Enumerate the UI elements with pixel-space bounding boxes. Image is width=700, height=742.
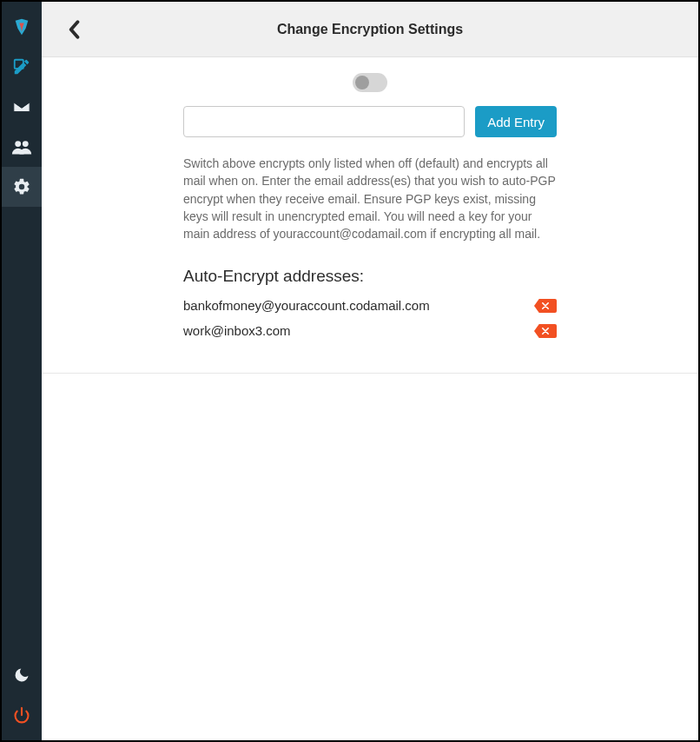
header: Change Encryption Settings — [42, 2, 698, 57]
app-logo[interactable] — [2, 7, 42, 47]
delete-address-button[interactable] — [534, 324, 557, 338]
add-entry-button[interactable]: Add Entry — [475, 106, 557, 137]
sidebar-item-mail[interactable] — [2, 87, 42, 127]
empty-space — [42, 374, 698, 740]
svg-point-2 — [23, 141, 29, 147]
gear-icon — [12, 177, 31, 196]
logo-icon — [12, 17, 31, 36]
power-icon — [13, 706, 30, 724]
settings-card: Add Entry Switch above encrypts only lis… — [42, 57, 698, 374]
sidebar-item-darkmode[interactable] — [2, 655, 42, 695]
sidebar-item-settings[interactable] — [2, 167, 42, 207]
email-input[interactable] — [183, 106, 465, 137]
delete-address-button[interactable] — [534, 299, 557, 313]
section-heading: Auto-Encrypt addresses: — [183, 267, 557, 286]
address-row: bankofmoney@youraccount.codamail.com — [183, 298, 557, 313]
address-row: work@inbox3.com — [183, 323, 557, 338]
toggle-knob — [355, 76, 369, 89]
back-button[interactable] — [54, 2, 94, 56]
address-list: bankofmoney@youraccount.codamail.com wor… — [183, 298, 557, 338]
page-title: Change Encryption Settings — [42, 22, 698, 37]
sidebar-item-contacts[interactable] — [2, 127, 42, 167]
main-content: Change Encryption Settings Add Entry Swi… — [42, 2, 698, 740]
encrypt-all-toggle[interactable] — [353, 73, 387, 92]
compose-icon — [12, 57, 31, 76]
address-text: bankofmoney@youraccount.codamail.com — [183, 298, 430, 313]
close-icon — [542, 328, 549, 335]
sidebar — [2, 2, 42, 740]
moon-icon — [13, 666, 30, 684]
chevron-left-icon — [68, 20, 80, 39]
sidebar-item-power[interactable] — [2, 695, 42, 735]
helper-text: Switch above encrypts only listed when o… — [183, 155, 557, 242]
close-icon — [542, 302, 549, 309]
svg-point-1 — [15, 141, 21, 147]
sidebar-item-compose[interactable] — [2, 47, 42, 87]
mail-icon — [12, 97, 31, 116]
address-text: work@inbox3.com — [183, 323, 291, 338]
contacts-icon — [11, 137, 32, 156]
